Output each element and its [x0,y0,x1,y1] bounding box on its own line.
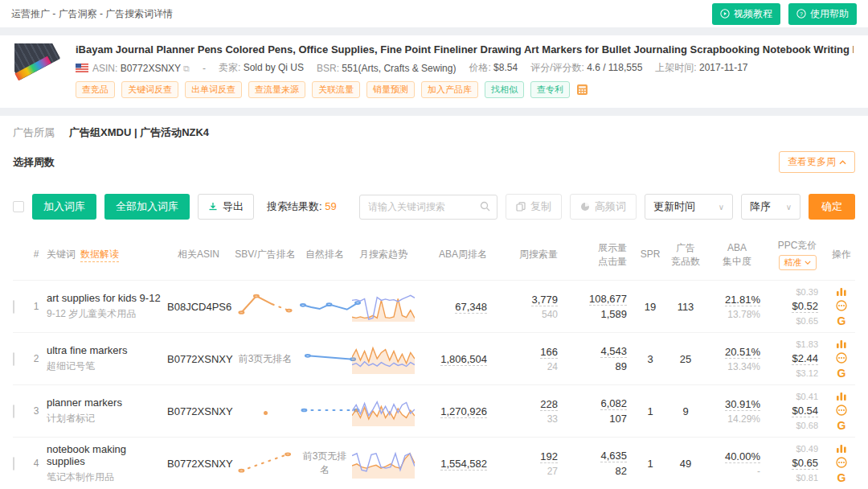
aba-concentration: 30.91%14.29% [706,398,768,425]
table-toolbar: 加入词库 全部加入词库 导出 搜索结果数: 59 复制 高频词 [13,194,855,220]
ppc-match-type-dropdown[interactable]: 精准 [779,255,817,270]
ppc-bid: $1.83 $2.44 $3.12 [768,338,826,380]
row-checkbox[interactable] [13,352,14,366]
keyword-link[interactable]: art supplies for kids 9-12 [47,292,161,304]
col-week-search-volume: 周搜索量 [495,248,566,261]
seller-value: Sold by Qi US [244,62,304,73]
help-button[interactable]: ? 使用帮助 [788,3,857,25]
export-button[interactable]: 导出 [198,194,254,220]
add-to-wordbank-button[interactable]: 加入词库 [32,194,96,220]
product-tag[interactable]: 查专利 [530,81,570,98]
col-monthly-trend: 月搜索趋势 [349,248,418,261]
row-actions: G [826,339,857,379]
row-checkbox[interactable] [13,405,14,418]
aba-week-rank: 1,270,926 [418,405,495,417]
asin-value: B0772XSNXY [121,63,181,74]
keyword-link[interactable]: ultra fine markers [47,344,127,356]
product-tag[interactable]: 关联流量 [312,81,360,98]
sort-field-dropdown[interactable]: 更新时间 ∨ [645,194,733,220]
meta-separator: - [203,63,206,74]
data-explain-link[interactable]: 数据解读 [80,248,119,262]
more-circle-icon[interactable] [836,405,847,416]
row-index: 4 [26,458,47,469]
monthly-trend-sparkline [352,448,415,479]
high-frequency-words-label: 高频词 [595,199,626,214]
col-related-asin: 相关ASIN [167,248,230,261]
listed-date-label: 上架时间: [655,62,696,73]
play-circle-icon [720,9,730,18]
table-row: 4 notebook making supplies 笔记本制作用品 B0772… [13,437,855,489]
more-circle-icon[interactable] [836,352,847,364]
more-circle-icon[interactable] [836,300,847,311]
col-ppc-bid: PPC竞价 精准 [768,239,826,270]
product-tag[interactable]: 找相似 [485,81,524,98]
organic-rank-cell [301,397,349,426]
ppc-bid: $0.49 $0.65 $0.81 [768,442,826,485]
ppc-bid: $0.41 $0.54 $0.68 [768,390,826,433]
ppc-bid-high: $3.12 [768,367,818,380]
sort-order-value: 降序 [750,199,771,214]
keyword-link[interactable]: notebook making supplies [47,443,126,467]
price-label: 价格: [469,62,490,73]
add-all-to-wordbank-button[interactable]: 全部加入词库 [104,194,190,220]
search-icon [480,201,490,212]
more-weeks-button[interactable]: 查看更多周 [779,151,855,173]
asin-label: ASIN: [92,63,117,74]
bar-chart-icon[interactable] [836,286,847,296]
row-index: 1 [26,301,47,312]
ppc-bid-low: $0.39 [768,286,818,299]
sort-order-dropdown[interactable]: 降序 ∨ [741,194,800,220]
spr-value: 1 [635,458,665,470]
product-tag[interactable]: 销量预测 [366,81,415,98]
google-trends-icon[interactable]: G [837,472,846,483]
aba-concentration: 20.51%13.34% [706,346,768,372]
main-card: 广告所属 广告组XMDU | 广告活动NZK4 选择周数 查看更多周 加入词库 … [0,116,868,489]
monthly-trend-cell [349,343,418,374]
select-all-checkbox[interactable] [13,201,24,212]
related-asin: B08JCD4PS6 [167,301,230,313]
google-trends-icon[interactable]: G [837,420,846,431]
col-organic-rank: 自然排名 [301,248,349,261]
product-tag[interactable]: 加入产品库 [421,81,478,98]
col-aba-concentration: ABA集中度 [706,241,768,267]
sbv-ad-rank-cell: 前3页无排名 [230,352,301,366]
google-trends-icon[interactable]: G [837,315,846,327]
copy-asin-icon[interactable]: ⧉ [183,64,190,73]
result-count-label: 搜索结果数: [267,200,322,212]
product-tag[interactable]: 出单词反查 [185,81,242,98]
bar-chart-icon[interactable] [836,443,847,453]
monthly-trend-cell [349,396,418,426]
caret-down-icon [805,261,811,265]
calculator-icon[interactable] [576,84,588,96]
rating-label: 评分/评分数: [530,62,584,73]
product-title[interactable]: iBayam Journal Planner Pens Colored Pens… [76,43,854,55]
more-circle-icon[interactable] [836,457,847,468]
row-checkbox[interactable] [13,457,14,471]
bar-chart-icon[interactable] [836,339,847,348]
video-tutorial-label: 视频教程 [734,7,772,21]
seller-label: 卖家: [219,62,240,73]
high-frequency-words-button[interactable]: 高频词 [570,194,637,220]
table-body: 1 art supplies for kids 9-12 9-12 岁儿童美术用… [13,280,855,489]
monthly-trend-sparkline [352,291,415,322]
keyword-link[interactable]: planner markers [47,397,122,409]
product-tag[interactable]: 查流量来源 [248,81,305,98]
product-meta: ASIN: B0772XSNXY⧉ - 卖家: Sold by Qi US BS… [76,61,854,75]
confirm-button[interactable]: 确定 [809,194,855,220]
row-checkbox[interactable] [13,300,14,314]
product-image[interactable] [14,43,64,87]
video-tutorial-button[interactable]: 视频教程 [712,3,780,25]
product-tag[interactable]: 关键词反查 [121,81,178,98]
us-flag-icon [76,64,88,72]
week-search-volume: 3,779540 [495,294,566,320]
monthly-trend-cell [349,448,418,479]
product-tag[interactable]: 查竞品 [76,81,115,98]
week-select-row: 选择周数 查看更多周 [13,151,855,173]
ppc-bid-mid: $2.44 [768,351,818,367]
google-trends-icon[interactable]: G [837,368,846,379]
keyword-search-input[interactable] [359,195,497,220]
copy-button[interactable]: 复制 [506,194,562,220]
bar-chart-icon[interactable] [836,391,847,401]
keyword-translation: 超细记号笔 [47,360,167,373]
row-actions: G [826,443,857,483]
